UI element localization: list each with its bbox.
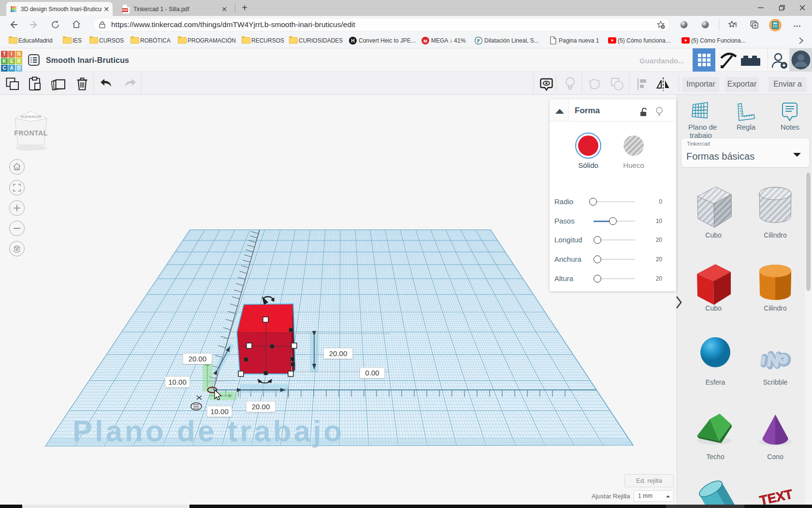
svg-text:SUPERIOR: SUPERIOR [20, 115, 41, 119]
svg-text:M: M [423, 39, 427, 44]
svg-text:H: H [351, 38, 354, 44]
svg-text:P: P [477, 38, 480, 44]
svg-text:PDF: PDF [122, 8, 128, 12]
svg-text:FRONTAL: FRONTAL [14, 129, 47, 137]
svg-text:Plano de trabajo: Plano de trabajo [72, 414, 344, 448]
